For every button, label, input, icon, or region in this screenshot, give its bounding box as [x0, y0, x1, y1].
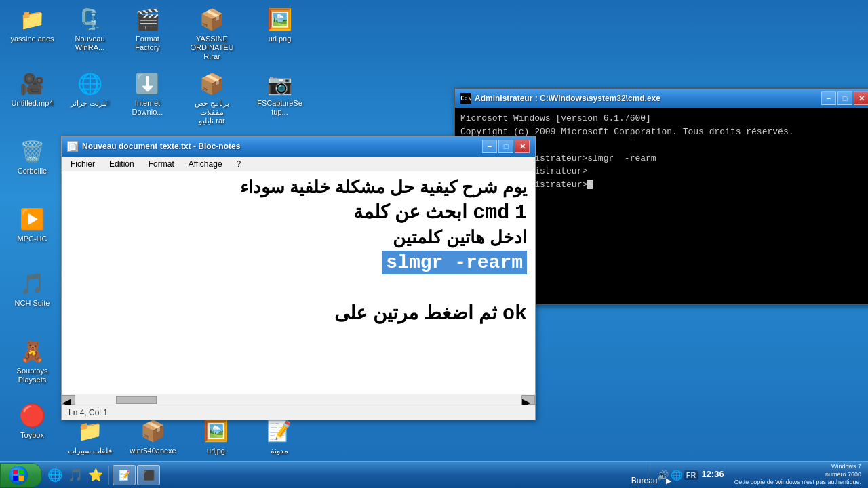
desktop-icon-fscapture[interactable]: 📷 FSCaptureSetup...	[254, 68, 305, 119]
desktop-icon-corbeille[interactable]: 🗑️ Corbeille	[7, 136, 58, 178]
desktop-icon-chrome[interactable]: 🌐 انترنت جزائر	[64, 68, 115, 110]
notepad-line-5	[70, 277, 527, 298]
notepad-close-button[interactable]: ✕	[515, 140, 530, 153]
status-text: Ln 4, Col 1	[68, 408, 108, 418]
cmd-maximize-button[interactable]: □	[837, 92, 852, 105]
rar-icon: 📦	[199, 5, 226, 33]
start-button[interactable]	[0, 463, 42, 487]
ql-internet-button[interactable]: 🌐	[45, 466, 64, 485]
cursor	[587, 180, 593, 189]
bottom-icon-urljpg[interactable]: 🖼️ urljpg	[191, 415, 241, 458]
icon-label: YASSINE ORDINATEUR.rar	[189, 35, 235, 62]
bottom-icon-مدونة[interactable]: 📝 مدونة	[254, 415, 304, 458]
folder-icon: 📁	[19, 5, 46, 33]
chrome-icon: 🌐	[77, 70, 104, 97]
desktop-icon-format-factory[interactable]: 🎬 Format Factory	[122, 3, 173, 54]
highlighted-command: slmgr -rearm	[382, 251, 527, 274]
notepad-minimize-button[interactable]: −	[482, 140, 497, 153]
notepad-window: 📄 Nouveau document texte.txt - Bloc-note…	[61, 136, 536, 420]
hscroll-left[interactable]: ◀	[62, 395, 75, 405]
cmd-titlebar[interactable]: C:\ Administrateur : C:\Windows\system32…	[455, 89, 868, 108]
quick-launch: 🌐 🎵 ⭐	[42, 466, 109, 485]
notepad-content[interactable]: يوم شرح كيفية حل مشكلة خلفية سوداء cmd 1…	[62, 171, 535, 394]
windows-logo-icon	[12, 469, 24, 481]
bottom-icon-winr540[interactable]: 📦 winr540anexe	[127, 415, 178, 458]
menu-edition[interactable]: Edition	[104, 158, 140, 170]
video-file-icon: 🎥	[19, 70, 46, 97]
camera-icon: 📷	[267, 70, 294, 97]
taskbar: 🌐 🎵 ⭐ 📝 ⬛ Bureau ▶ 🔊 🌐 FR 12:36	[0, 461, 868, 488]
exe-icon: 📦	[140, 418, 167, 445]
language-indicator[interactable]: FR	[684, 470, 698, 480]
menu-help[interactable]: ?	[231, 158, 247, 170]
icon-label: انترنت جزائر	[71, 99, 109, 108]
icon-label: urljpg	[207, 447, 225, 455]
cmd-line-1: Microsoft Windows [version 6.1.7600]	[460, 112, 868, 125]
cmd-title: C:\ Administrateur : C:\Windows\system32…	[460, 93, 660, 104]
notepad-scrollarea: يوم شرح كيفية حل مشكلة خلفية سوداء cmd 1…	[62, 171, 535, 405]
notepad-window-controls: − □ ✕	[482, 140, 530, 153]
horizontal-scrollbar[interactable]: ◀ ▶	[62, 394, 535, 405]
icon-label: winr540anexe	[130, 447, 176, 455]
icon-label: yassine anes	[10, 35, 54, 43]
ql-star-button[interactable]: ⭐	[86, 466, 105, 485]
download-icon: ⬇️	[134, 70, 161, 97]
taskbar-cmd-button[interactable]: ⬛	[137, 465, 160, 485]
taskbar-cmd-icon: ⬛	[143, 470, 154, 481]
desktop-icon-yassine-anes[interactable]: 📁 yassine anes	[7, 3, 58, 45]
taskbar-notepad-button[interactable]: 📝	[113, 465, 136, 485]
windows-notice: Windows 7numéro 7600Cette copie de Windo…	[734, 463, 861, 487]
blog-icon: 📝	[266, 418, 293, 445]
notepad-menubar: Fichier Edition Format Affichage ?	[62, 157, 535, 171]
menu-affichage[interactable]: Affichage	[183, 158, 228, 170]
desktop-bottom-icons: 📁 فلقات سبيرات 📦 winr540anexe 🖼️ urljpg …	[64, 415, 304, 458]
notepad-statusbar: Ln 4, Col 1	[62, 405, 535, 420]
desktop-icon-mpc-hc[interactable]: ▶️ MPC-HC	[7, 203, 58, 245]
desktop-icon-internet-download[interactable]: ⬇️ Internet Downlo...	[122, 68, 173, 119]
notepad-icon: 📄	[67, 141, 78, 152]
notepad-title: 📄 Nouveau document texte.txt - Bloc-note…	[67, 141, 240, 152]
cmd-minimize-button[interactable]: −	[821, 92, 836, 105]
hscroll-thumb[interactable]	[116, 396, 157, 404]
clock-time: 12:36	[701, 468, 727, 481]
icon-label: Toybox	[20, 431, 44, 440]
svg-rect-0	[13, 470, 18, 474]
cmd-close-button[interactable]: ✕	[854, 92, 868, 105]
toybox-icon: 🔴	[19, 402, 46, 429]
desktop: 📁 yassine anes 🗜️ Nouveau WinRA... 🎬 For…	[0, 0, 868, 488]
menu-format[interactable]: Format	[143, 158, 180, 170]
icon-label: Format Factory	[124, 35, 171, 52]
tray-volume-icon: 🌐	[671, 470, 682, 481]
desktop-icon-url-png[interactable]: 🖼️ url.png	[254, 3, 305, 45]
icon-label: MPC-HC	[18, 235, 47, 243]
desktop-icon-nch[interactable]: 🎵 NCH Suite	[7, 268, 58, 310]
taskbar-items: 📝 ⬛	[109, 465, 650, 485]
bottom-icon-فلقات[interactable]: 📁 فلقات سبيرات	[64, 415, 115, 458]
icon-label: برنامج حص مقفلات نايليو.rar	[189, 99, 235, 126]
jpg-icon: 🖼️	[203, 418, 230, 445]
notepad-maximize-button[interactable]: □	[498, 140, 513, 153]
notepad-line-2: cmd 1 ابحث عن كلمة	[70, 201, 527, 224]
tray-icons: 🔊 🌐 FR	[657, 470, 698, 481]
desktop-icon-souptoys[interactable]: 🧸 Souptoys Playsets	[7, 336, 58, 386]
icon-label: Internet Downlo...	[124, 99, 171, 117]
desktop-icon-برنامج[interactable]: 📦 برنامج حص مقفلات نايليو.rar	[186, 68, 237, 128]
icon-label: Souptoys Playsets	[9, 367, 56, 384]
notepad-line-3: ادخل هاتين كلمتين	[70, 227, 527, 248]
folder-icon2: 📁	[77, 418, 104, 445]
svg-rect-3	[19, 476, 24, 481]
start-orb	[9, 466, 28, 485]
ql-media-button[interactable]: 🎵	[66, 466, 85, 485]
desktop-icon-yassine-rar[interactable]: 📦 YASSINE ORDINATEUR.rar	[186, 3, 237, 64]
desktop-icon-untitled-mp4[interactable]: 🎥 Untitled.mp4	[7, 68, 58, 110]
notepad-line-1: يوم شرح كيفية حل مشكلة خلفية سوداء	[70, 177, 527, 198]
icon-label: FSCaptureSetup...	[256, 99, 303, 117]
icon-label: NCH Suite	[15, 299, 50, 308]
hscroll-right[interactable]: ▶	[521, 395, 535, 405]
notepad-line-ok: ok ثم اضغط مرتين على	[70, 301, 527, 325]
desktop-icon-nouveau-winra[interactable]: 🗜️ Nouveau WinRA...	[64, 3, 115, 54]
icon-label: Nouveau WinRA...	[66, 35, 113, 52]
notepad-titlebar[interactable]: 📄 Nouveau document texte.txt - Bloc-note…	[62, 136, 535, 157]
menu-fichier[interactable]: Fichier	[65, 158, 100, 170]
desktop-icon-toybox[interactable]: 🔴 Toybox	[7, 400, 58, 442]
